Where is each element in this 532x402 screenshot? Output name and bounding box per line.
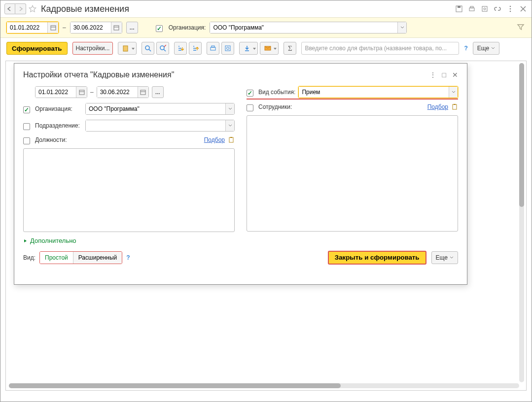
close-and-generate-button[interactable]: Закрыть и сформировать: [328, 251, 426, 265]
svg-rect-30: [230, 137, 232, 138]
favorite-star-icon[interactable]: [28, 4, 37, 13]
sum-button[interactable]: Σ: [284, 42, 296, 55]
print-icon[interactable]: [467, 4, 476, 13]
dlg-org-label: Организация:: [35, 105, 82, 112]
dlg-pos-pick-link[interactable]: Подбор: [204, 136, 225, 143]
search-input[interactable]: Введите слово для фильтра (название това…: [301, 42, 459, 55]
help-icon[interactable]: ?: [464, 45, 467, 52]
svg-rect-3: [470, 6, 473, 8]
positions-listbox[interactable]: [23, 148, 235, 232]
org-input[interactable]: [210, 22, 397, 33]
page-title: Кадровые изменения: [41, 4, 129, 14]
link-icon[interactable]: [493, 4, 502, 13]
dlg-org-input[interactable]: [86, 103, 225, 114]
svg-point-8: [510, 11, 511, 12]
svg-rect-13: [123, 46, 128, 51]
more-vert-icon[interactable]: [506, 4, 515, 13]
svg-point-5: [484, 8, 486, 10]
svg-rect-11: [114, 26, 119, 30]
nav-forward-button[interactable]: [15, 3, 26, 14]
view-ext-button[interactable]: Расширенный: [73, 252, 122, 264]
org-checkbox[interactable]: [156, 25, 163, 32]
dlg-period-picker[interactable]: ...: [152, 86, 164, 98]
more-label: Еще: [477, 45, 489, 52]
dlg-date-from-input[interactable]: [35, 87, 76, 98]
settings-button[interactable]: Настройки...: [72, 42, 113, 55]
generate-button[interactable]: Сформировать: [6, 42, 68, 55]
svg-rect-25: [79, 90, 84, 95]
org-label: Организация:: [169, 24, 206, 31]
dropdown-icon[interactable]: [225, 120, 234, 131]
collapse-button[interactable]: [189, 42, 202, 55]
dialog-more-icon[interactable]: ⋮: [429, 71, 436, 79]
send-button[interactable]: [260, 42, 279, 55]
nav-back-button[interactable]: [4, 3, 15, 14]
dlg-event-label: Вид события:: [258, 89, 295, 96]
dlg-dept-input[interactable]: [86, 120, 225, 131]
svg-rect-20: [212, 46, 214, 47]
filter-funnel-icon[interactable]: [517, 23, 526, 32]
dlg-more-label: Еще: [436, 254, 448, 261]
settings-button-label: Настройки...: [76, 45, 110, 52]
calendar-icon[interactable]: [76, 87, 87, 98]
date-from-box: [6, 22, 59, 34]
date-to-box: [70, 22, 122, 34]
date-to-input[interactable]: [71, 22, 111, 33]
dlg-date-to-input[interactable]: [97, 87, 138, 98]
svg-rect-32: [454, 104, 456, 105]
print-button[interactable]: [207, 42, 219, 55]
dlg-adv-label: Дополнительно: [30, 237, 76, 244]
date-from-input[interactable]: [7, 22, 47, 33]
paste-icon[interactable]: [228, 136, 235, 143]
svg-rect-4: [482, 6, 487, 11]
dlg-pos-checkbox[interactable]: [23, 137, 30, 144]
horizontal-scrollbar[interactable]: [9, 383, 519, 388]
calendar-icon[interactable]: [138, 87, 148, 98]
svg-point-22: [227, 47, 229, 50]
dialog-right-col: Вид события: Сотрудники: Подбор: [247, 86, 458, 232]
dropdown-icon[interactable]: [449, 87, 458, 98]
dlg-view-label: Вид:: [23, 254, 35, 261]
employees-listbox[interactable]: [247, 115, 458, 232]
svg-rect-9: [51, 26, 56, 30]
variants-button[interactable]: [118, 42, 137, 55]
svg-point-16: [160, 46, 164, 50]
filter-bar: – ... Организация:: [0, 17, 532, 38]
expand-button[interactable]: [174, 42, 187, 55]
save-icon[interactable]: [455, 4, 463, 13]
dlg-dept-label: Подразделение:: [35, 122, 82, 129]
dlg-event-checkbox[interactable]: [247, 90, 253, 97]
dialog-close-icon[interactable]: ✕: [452, 71, 458, 79]
svg-line-15: [149, 49, 151, 51]
print-preview-button[interactable]: [221, 42, 234, 55]
dropdown-icon[interactable]: [225, 103, 234, 114]
dropdown-icon[interactable]: [397, 22, 406, 33]
find-clear-button[interactable]: [156, 42, 169, 55]
dlg-event-input[interactable]: [299, 87, 449, 98]
dlg-adv-toggle[interactable]: Дополнительно: [23, 237, 76, 244]
calendar-icon[interactable]: [111, 22, 122, 33]
more-button[interactable]: Еще: [473, 42, 499, 55]
dlg-org-checkbox[interactable]: [23, 106, 30, 113]
dlg-more-button[interactable]: Еще: [431, 251, 458, 264]
dlg-pos-label: Должности:: [35, 136, 74, 143]
dlg-help-icon[interactable]: ?: [126, 254, 130, 261]
save-as-button[interactable]: [239, 42, 258, 55]
view-simple-button[interactable]: Простой: [40, 252, 73, 264]
calendar-icon[interactable]: [47, 22, 58, 33]
svg-rect-21: [225, 46, 230, 51]
dlg-emp-checkbox[interactable]: [247, 104, 253, 111]
date-dash: –: [63, 24, 66, 31]
paste-icon[interactable]: [451, 103, 458, 110]
preview-icon[interactable]: [480, 4, 489, 13]
dlg-emp-pick-link[interactable]: Подбор: [427, 103, 448, 110]
close-icon[interactable]: [519, 4, 528, 13]
svg-line-17: [164, 49, 166, 51]
dialog-maximize-icon[interactable]: □: [442, 71, 446, 79]
title-bar: Кадровые изменения: [0, 0, 532, 17]
dlg-dept-checkbox[interactable]: [23, 123, 30, 130]
settings-dialog: Настройки отчета "Кадровые изменения" ⋮ …: [14, 63, 467, 285]
period-picker-button[interactable]: ...: [126, 22, 138, 34]
vertical-scrollbar[interactable]: [519, 63, 524, 382]
find-button[interactable]: [142, 42, 154, 55]
